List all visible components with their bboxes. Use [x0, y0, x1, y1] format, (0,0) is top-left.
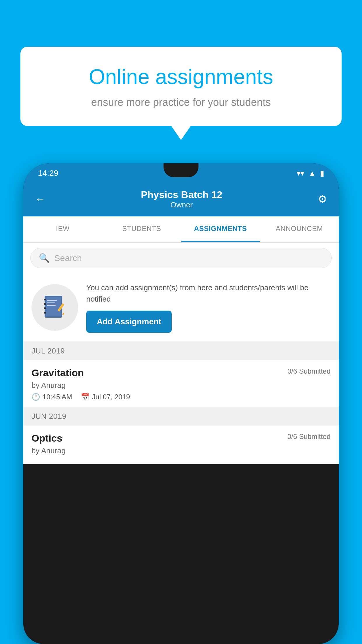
promo-icon-circle — [31, 284, 78, 331]
speech-bubble-container: Online assignments ensure more practice … — [20, 47, 342, 126]
svg-rect-4 — [47, 305, 56, 306]
svg-rect-3 — [47, 302, 55, 303]
status-bar: 14:29 ▾▾ ▲ ▮ — [23, 163, 339, 183]
search-bar-container: 🔍 Search — [23, 243, 339, 273]
tab-iew[interactable]: IEW — [23, 216, 102, 242]
status-time: 14:29 — [38, 169, 58, 178]
phone-frame: 14:29 ▾▾ ▲ ▮ ← Physics Batch 12 Owner ⚙ … — [23, 163, 339, 644]
svg-rect-8 — [44, 312, 46, 314]
assignment-submitted-optics: 0/6 Submitted — [287, 433, 331, 441]
speech-bubble-subtitle: ensure more practice for your students — [38, 96, 324, 108]
meta-time-gravitation: 🕐 10:45 AM — [31, 393, 72, 401]
assignment-date-gravitation: Jul 07, 2019 — [92, 393, 130, 401]
assignment-submitted-gravitation: 0/6 Submitted — [287, 367, 331, 375]
back-button[interactable]: ← — [35, 193, 45, 205]
notebook-icon — [42, 294, 68, 321]
status-icons: ▾▾ ▲ ▮ — [297, 169, 324, 178]
speech-bubble-title: Online assignments — [38, 64, 324, 89]
assignment-by-gravitation: by Anurag — [31, 381, 331, 390]
header-title-group: Physics Batch 12 Owner — [141, 189, 222, 209]
assignment-top-row-optics: Optics 0/6 Submitted — [31, 433, 331, 444]
tab-assignments[interactable]: ASSIGNMENTS — [181, 216, 260, 242]
tab-students[interactable]: STUDENTS — [102, 216, 181, 242]
svg-rect-6 — [44, 303, 46, 305]
settings-icon[interactable]: ⚙ — [318, 193, 327, 205]
tab-announcements[interactable]: ANNOUNCEM — [260, 216, 339, 242]
app-header: ← Physics Batch 12 Owner ⚙ — [23, 183, 339, 216]
tabs-container: IEW STUDENTS ASSIGNMENTS ANNOUNCEM — [23, 216, 339, 243]
assignment-item-gravitation[interactable]: Gravitation 0/6 Submitted by Anurag 🕐 10… — [23, 360, 339, 407]
notch — [164, 163, 198, 177]
promo-description: You can add assignment(s) from here and … — [86, 282, 331, 305]
clock-icon: 🕐 — [31, 393, 40, 401]
assignment-promo: You can add assignment(s) from here and … — [23, 273, 339, 342]
section-jun-label: JUN 2019 — [31, 412, 66, 421]
search-bar[interactable]: 🔍 Search — [30, 248, 332, 268]
svg-rect-7 — [44, 307, 46, 309]
battery-icon: ▮ — [320, 169, 324, 178]
assignment-name-optics: Optics — [31, 433, 62, 444]
assignment-by-optics: by Anurag — [31, 446, 331, 455]
promo-text-area: You can add assignment(s) from here and … — [86, 282, 331, 333]
header-title: Physics Batch 12 — [141, 189, 222, 200]
section-jul-2019: JUL 2019 — [23, 342, 339, 360]
assignment-top-row: Gravitation 0/6 Submitted — [31, 367, 331, 379]
svg-rect-5 — [44, 299, 46, 300]
phone-screen: 🔍 Search — [23, 243, 339, 464]
header-subtitle: Owner — [141, 200, 222, 209]
calendar-icon: 📅 — [81, 393, 89, 401]
signal-icon: ▲ — [308, 169, 316, 178]
assignment-time-gravitation: 10:45 AM — [43, 393, 72, 401]
svg-rect-1 — [46, 297, 61, 316]
section-jul-label: JUL 2019 — [31, 346, 65, 355]
svg-rect-2 — [47, 300, 57, 301]
add-assignment-button[interactable]: Add Assignment — [86, 311, 172, 333]
assignment-item-optics[interactable]: Optics 0/6 Submitted by Anurag — [23, 426, 339, 464]
assignment-name-gravitation: Gravitation — [31, 367, 84, 379]
svg-marker-10 — [62, 312, 64, 315]
wifi-icon: ▾▾ — [297, 169, 304, 178]
assignment-meta-gravitation: 🕐 10:45 AM 📅 Jul 07, 2019 — [31, 393, 331, 401]
section-jun-2019: JUN 2019 — [23, 407, 339, 426]
meta-date-gravitation: 📅 Jul 07, 2019 — [81, 393, 130, 401]
search-icon: 🔍 — [39, 253, 50, 263]
search-placeholder: Search — [54, 253, 82, 263]
speech-bubble: Online assignments ensure more practice … — [20, 47, 342, 126]
